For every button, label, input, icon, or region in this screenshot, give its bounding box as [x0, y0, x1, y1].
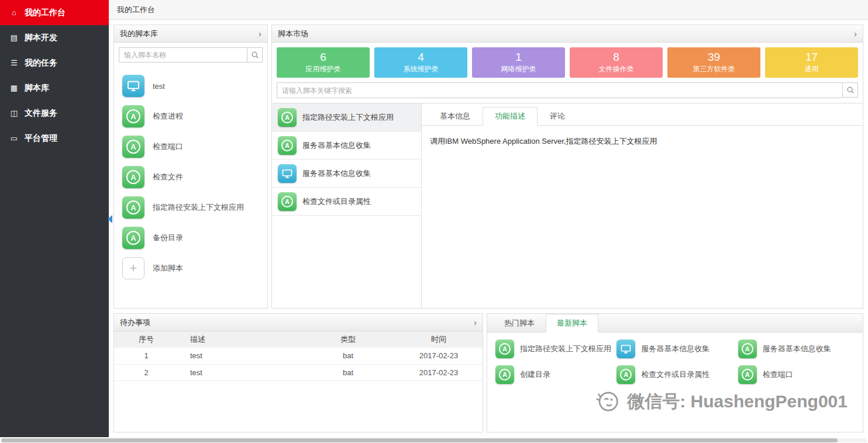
list-item[interactable]: A 创建目录 — [495, 365, 612, 384]
panel-collapse-arrow-icon[interactable] — [108, 215, 112, 223]
my-scripts-list: test A 检查进程 A 检查端口 A 检查文件 — [114, 67, 267, 287]
detail-tabs: 基本信息 功能描述 评论 — [422, 103, 863, 126]
content-area: 我的脚本库 › — [109, 20, 868, 437]
tab-comments[interactable]: 评论 — [538, 107, 577, 126]
sidebar-item-platform-admin[interactable]: 平台管理 — [0, 126, 109, 151]
market-script-row[interactable]: 服务器基本信息收集 — [272, 160, 421, 188]
latest-scripts-grid: A 指定路径安装上下文根应用 服务器基本信息收集 A 服务器基本信息收集 — [487, 333, 863, 391]
sidebar-item-script-library[interactable]: 脚本库 — [0, 75, 109, 101]
table-row[interactable]: 2 test bat 2017-02-23 — [114, 364, 483, 380]
tab-basic-info[interactable]: 基本信息 — [428, 107, 483, 126]
market-panel-header: 脚本市场 › — [272, 25, 863, 43]
todo-panel: 待办事项 › 序号 描述 类型 时间 — [113, 313, 483, 432]
tab-latest-scripts[interactable]: 最新脚本 — [546, 314, 598, 333]
scrollbar-thumb[interactable] — [1, 438, 838, 442]
list-item[interactable]: A 检查进程 — [122, 101, 259, 131]
script-description: 调用IBM WebSphere Application Server,指定路径安… — [422, 126, 863, 157]
appstore-icon: A — [278, 136, 297, 155]
category-count: 4 — [374, 50, 467, 64]
table-row[interactable]: 1 test bat 2017-02-23 — [114, 348, 483, 364]
column-header: 时间 — [395, 331, 483, 348]
market-search-button[interactable] — [842, 82, 858, 98]
monitor-app-icon — [278, 164, 297, 183]
appstore-icon: A — [616, 365, 635, 384]
cell-index: 2 — [114, 364, 178, 380]
column-header: 类型 — [301, 331, 395, 348]
chevron-right-icon[interactable]: › — [854, 30, 857, 38]
cell-description: test — [178, 364, 301, 380]
sidebar-item-label: 文件服务 — [25, 108, 57, 119]
add-script-item[interactable]: + 添加脚本 — [122, 253, 259, 283]
list-item[interactable]: A 指定路径安装上下文根应用 — [495, 340, 612, 358]
tab-function-description[interactable]: 功能描述 — [483, 107, 538, 126]
appstore-icon: A — [495, 340, 514, 358]
my-scripts-search-button[interactable] — [247, 47, 263, 63]
my-scripts-panel-header: 我的脚本库 › — [114, 25, 267, 43]
category-label: 第三方软件类 — [667, 64, 760, 74]
category-count: 39 — [667, 50, 760, 64]
chevron-right-icon[interactable]: › — [259, 30, 261, 38]
cell-description: test — [178, 348, 301, 364]
market-script-row[interactable]: A 服务器基本信息收集 — [272, 131, 421, 160]
list-item[interactable]: test — [122, 71, 259, 101]
category-card-app-maintenance[interactable]: 6 应用维护类 — [277, 47, 370, 78]
list-item[interactable]: A 检查文件 — [122, 162, 259, 192]
appstore-icon: A — [122, 136, 144, 158]
sidebar-item-label: 平台管理 — [25, 133, 57, 144]
sidebar-item-file-service[interactable]: 文件服务 — [0, 101, 109, 126]
sidebar-item-my-tasks[interactable]: 我的任务 — [0, 50, 109, 75]
library-icon — [9, 84, 19, 92]
market-script-row[interactable]: A 检查文件或目录属性 — [272, 188, 421, 216]
monitor-app-icon — [122, 75, 144, 97]
panel-title: 脚本市场 — [278, 29, 308, 39]
category-card-general[interactable]: 17 通用 — [765, 47, 858, 78]
category-count: 1 — [472, 50, 565, 64]
category-count: 8 — [570, 50, 663, 64]
script-name: 服务器基本信息收集 — [302, 140, 371, 151]
list-item[interactable]: 服务器基本信息收集 — [616, 340, 733, 358]
script-name: 指定路径安装上下文根应用 — [520, 344, 611, 354]
script-detail: 基本信息 功能描述 评论 调用IBM WebSphere Application… — [422, 103, 863, 308]
table-header-row: 序号 描述 类型 时间 — [114, 331, 483, 348]
list-item[interactable]: A 检查文件或目录属性 — [616, 365, 733, 384]
market-script-row[interactable]: A 指定路径安装上下文根应用 — [272, 103, 421, 131]
add-icon: + — [122, 257, 144, 279]
list-item[interactable]: A 检查端口 — [122, 131, 259, 162]
script-name: 检查端口 — [763, 370, 793, 380]
todo-panel-header: 待办事项 › — [114, 314, 483, 331]
category-card-file-operations[interactable]: 8 文件操作类 — [570, 47, 663, 78]
category-label: 系统维护类 — [374, 64, 467, 74]
script-market-panel: 脚本市场 › 6 应用维护类 4 系统维护类 1 — [271, 25, 863, 309]
script-name: 检查进程 — [153, 111, 183, 122]
cell-time: 2017-02-23 — [395, 364, 483, 380]
main-area: 我的工作台 我的脚本库 › — [109, 0, 868, 437]
script-name: 服务器基本信息收集 — [302, 168, 371, 179]
sidebar-item-workbench[interactable]: 我的工作台 — [0, 0, 109, 25]
category-label: 文件操作类 — [570, 64, 663, 74]
appstore-icon: A — [278, 108, 297, 127]
category-card-system-maintenance[interactable]: 4 系统维护类 — [374, 47, 467, 78]
list-item[interactable]: A 检查端口 — [738, 365, 855, 384]
list-item[interactable]: A 指定路径安装上下文根应用 — [122, 192, 259, 223]
cell-type: bat — [301, 364, 395, 380]
list-item[interactable]: A 服务器基本信息收集 — [738, 340, 855, 358]
appstore-icon: A — [122, 166, 144, 188]
column-header: 描述 — [178, 331, 301, 348]
sidebar-item-script-dev[interactable]: 脚本开发 — [0, 25, 109, 50]
list-item[interactable]: A 备份目录 — [122, 223, 259, 253]
tasks-icon — [9, 58, 19, 67]
my-scripts-search-input[interactable] — [119, 47, 247, 63]
category-card-network-maintenance[interactable]: 1 网络维护类 — [472, 47, 565, 78]
appstore-icon: A — [122, 105, 144, 127]
market-search-input[interactable] — [277, 82, 842, 98]
category-card-third-party[interactable]: 39 第三方软件类 — [667, 47, 760, 78]
horizontal-scrollbar[interactable] — [1, 438, 867, 442]
script-name: 检查文件或目录属性 — [641, 370, 709, 380]
tab-hot-scripts[interactable]: 热门脚本 — [493, 314, 546, 333]
category-label: 应用维护类 — [277, 64, 370, 74]
chevron-right-icon[interactable]: › — [474, 319, 477, 327]
appstore-icon: A — [122, 227, 144, 249]
category-count: 17 — [765, 50, 858, 64]
cell-type: bat — [301, 348, 395, 364]
category-label: 网络维护类 — [472, 64, 565, 74]
